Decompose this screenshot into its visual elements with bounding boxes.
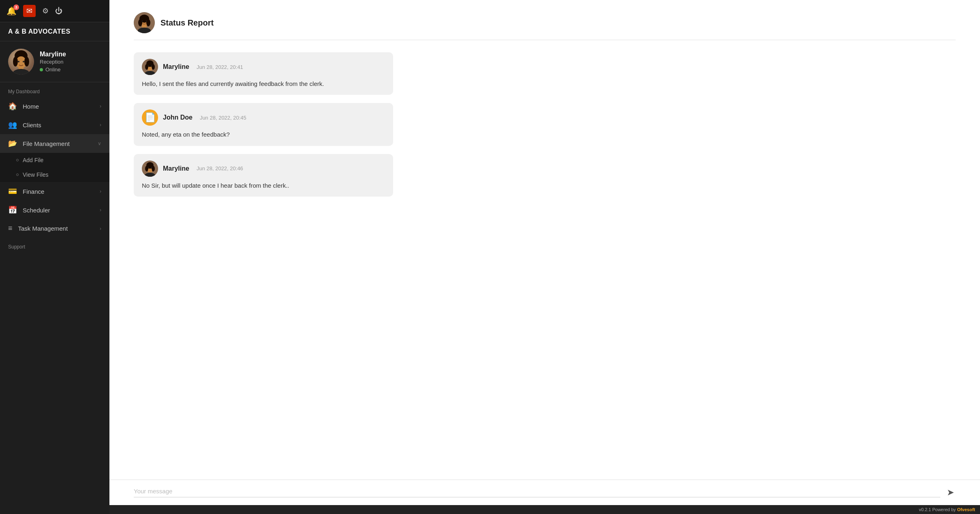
svg-rect-32 <box>148 169 152 172</box>
svg-point-8 <box>23 61 24 62</box>
send-button[interactable]: ➤ <box>945 486 956 499</box>
user-name: Maryline <box>40 51 66 58</box>
user-section: Maryline Reception Online <box>0 41 109 82</box>
chevron-right-icon: › <box>100 226 101 231</box>
svg-point-22 <box>146 60 154 67</box>
home-icon: 🏠 <box>8 102 17 111</box>
submenu-item-add-file[interactable]: Add File <box>0 153 109 167</box>
msg-sender: Maryline <box>163 165 189 172</box>
power-icon: ⏻ <box>55 7 62 15</box>
chevron-right-icon: › <box>100 207 101 213</box>
chat-header: Status Report <box>134 12 956 40</box>
sidebar-item-finance-label: Finance <box>23 188 44 195</box>
dashboard-section-label: My Dashboard <box>0 82 109 97</box>
msg-time: Jun 28, 2022, 20:45 <box>200 115 246 121</box>
settings-button[interactable]: ⚙ <box>42 6 49 15</box>
svg-point-13 <box>139 15 149 23</box>
user-info: Maryline Reception Online <box>40 51 66 73</box>
online-dot <box>40 68 43 71</box>
notification-button[interactable]: 🔔 3 <box>6 6 17 16</box>
msg-sender: Maryline <box>163 63 189 71</box>
sidebar-item-home[interactable]: 🏠 Home › <box>0 97 109 116</box>
status-label: Online <box>45 66 61 73</box>
add-file-label: Add File <box>23 157 43 163</box>
msg-text: Hello, I sent the files and currently aw… <box>142 79 385 88</box>
message-input-area: ➤ <box>109 480 980 505</box>
sidebar-item-task-management-label: Task Management <box>18 225 68 232</box>
sidebar-item-finance[interactable]: 💳 Finance › <box>0 182 109 201</box>
sidebar-item-file-management[interactable]: 📂 File Management ∨ <box>0 134 109 153</box>
chat-title: Status Report <box>160 18 214 28</box>
view-files-label: View Files <box>23 171 49 178</box>
avatar <box>8 49 34 75</box>
sidebar-item-scheduler-label: Scheduler <box>23 207 50 214</box>
submenu-dot-icon <box>16 173 19 176</box>
sidebar: 🔔 3 ✉ ⚙ ⏻ A & B ADVOCATES <box>0 0 109 514</box>
mail-icon: ✉ <box>26 7 32 15</box>
svg-point-34 <box>148 167 149 167</box>
gear-icon: ⚙ <box>42 7 49 15</box>
svg-point-6 <box>24 57 29 66</box>
finance-icon: 💳 <box>8 187 17 196</box>
svg-point-35 <box>151 167 152 167</box>
sidebar-item-clients-label: Clients <box>23 122 41 128</box>
topbar: 🔔 3 ✉ ⚙ ⏻ <box>0 0 109 22</box>
user-role: Reception <box>40 59 66 65</box>
notification-badge: 3 <box>13 4 19 10</box>
version-brand: Ofvesoft <box>957 507 975 512</box>
power-button[interactable]: ⏻ <box>55 7 62 15</box>
version-label: v0.2.1 Powered by <box>919 507 957 512</box>
send-icon: ➤ <box>947 487 954 497</box>
message-bubble: 📄 John Doe Jun 28, 2022, 20:45 Noted, an… <box>134 103 393 146</box>
message-header: Maryline Jun 28, 2022, 20:46 <box>142 161 385 177</box>
chat-header-avatar <box>134 12 155 33</box>
chevron-right-icon: › <box>100 122 101 128</box>
scheduler-icon: 📅 <box>8 206 17 214</box>
msg-text: No Sir, but will update once I hear back… <box>142 181 385 190</box>
mail-button[interactable]: ✉ <box>23 5 36 17</box>
message-bubble: Maryline Jun 28, 2022, 20:46 No Sir, but… <box>134 154 393 197</box>
sidebar-item-scheduler[interactable]: 📅 Scheduler › <box>0 201 109 219</box>
brand-name: A & B ADVOCATES <box>0 22 109 41</box>
svg-point-7 <box>18 61 19 62</box>
chevron-down-icon: ∨ <box>98 141 101 146</box>
main-content: Status Report <box>109 0 980 514</box>
svg-point-31 <box>146 162 154 169</box>
message-input[interactable] <box>134 488 940 497</box>
version-bar: v0.2.1 Powered by Ofvesoft <box>109 505 980 514</box>
msg-sender: John Doe <box>163 114 193 121</box>
sidebar-item-home-label: Home <box>23 103 39 110</box>
svg-rect-14 <box>142 24 147 28</box>
msg-avatar-maryline <box>142 59 158 75</box>
svg-point-16 <box>142 21 143 22</box>
sidebar-item-file-management-label: File Management <box>23 140 70 147</box>
msg-avatar-johndoe: 📄 <box>142 109 158 126</box>
sidebar-item-task-management[interactable]: ≡ Task Management › <box>0 219 109 238</box>
chat-area: Status Report <box>109 0 980 480</box>
svg-point-26 <box>151 65 152 66</box>
svg-point-5 <box>13 57 18 66</box>
msg-time: Jun 28, 2022, 20:46 <box>197 165 243 171</box>
msg-text: Noted, any eta on the feedback? <box>142 130 385 139</box>
message-header: 📄 John Doe Jun 28, 2022, 20:45 <box>142 109 385 126</box>
file-management-icon: 📂 <box>8 139 17 148</box>
msg-avatar-maryline2 <box>142 161 158 177</box>
svg-point-25 <box>148 65 149 66</box>
message-bubble: Maryline Jun 28, 2022, 20:41 Hello, I se… <box>134 52 393 95</box>
task-management-icon: ≡ <box>8 224 13 233</box>
svg-rect-23 <box>148 68 152 71</box>
submenu-item-view-files[interactable]: View Files <box>0 167 109 182</box>
support-section-label: Support <box>0 238 109 252</box>
msg-time: Jun 28, 2022, 20:41 <box>197 64 243 70</box>
sidebar-item-clients[interactable]: 👥 Clients › <box>0 116 109 134</box>
message-header: Maryline Jun 28, 2022, 20:41 <box>142 59 385 75</box>
chevron-right-icon: › <box>100 188 101 194</box>
user-status: Online <box>40 66 66 73</box>
clients-icon: 👥 <box>8 120 17 129</box>
submenu-dot-icon <box>16 159 19 161</box>
file-management-submenu: Add File View Files <box>0 153 109 182</box>
svg-point-17 <box>146 21 147 22</box>
chevron-right-icon: › <box>100 103 101 109</box>
